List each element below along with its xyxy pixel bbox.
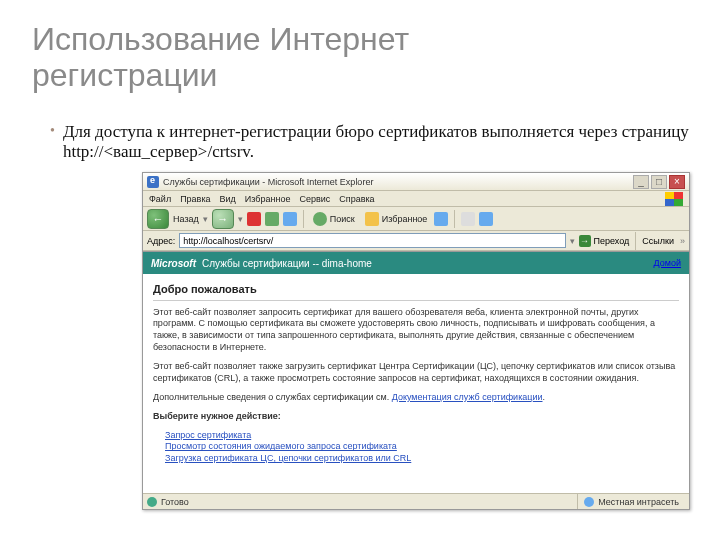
- globe-icon: [584, 497, 594, 507]
- back-label[interactable]: Назад: [173, 214, 199, 224]
- favorites-label: Избранное: [382, 214, 428, 224]
- print-icon[interactable]: [479, 212, 493, 226]
- para3-text: Дополнительные сведения о службах сертиф…: [153, 392, 392, 402]
- window-title-text: Службы сертификации - Microsoft Internet…: [163, 177, 373, 187]
- paragraph-2: Этот веб-сайт позволяет также загрузить …: [153, 361, 679, 385]
- slide-title: Использование Интернет регистрации: [32, 22, 409, 94]
- banner-text: Службы сертификации -- dima-home: [202, 258, 372, 269]
- zone-pane: Местная интрасеть: [577, 494, 685, 509]
- home-link[interactable]: Домой: [654, 258, 681, 268]
- bullet-block: • Для доступа к интернет-регистрации бюр…: [50, 122, 690, 162]
- zone-text: Местная интрасеть: [598, 497, 679, 507]
- go-button[interactable]: → Переход: [579, 235, 630, 247]
- status-ready: Готово: [161, 497, 189, 507]
- menu-edit[interactable]: Правка: [180, 194, 210, 204]
- refresh-icon[interactable]: [265, 212, 279, 226]
- favorites-button[interactable]: Избранное: [362, 211, 431, 227]
- browser-window: Службы сертификации - Microsoft Internet…: [142, 172, 690, 510]
- media-icon[interactable]: [434, 212, 448, 226]
- choose-action: Выберите нужное действие:: [153, 411, 679, 423]
- menu-bar: Файл Правка Вид Избранное Сервис Справка: [143, 191, 689, 207]
- close-button[interactable]: ×: [669, 175, 685, 189]
- address-bar: Адрес: ▾ → Переход Ссылки »: [143, 231, 689, 251]
- menu-favorites[interactable]: Избранное: [245, 194, 291, 204]
- minimize-button[interactable]: _: [633, 175, 649, 189]
- menu-help[interactable]: Справка: [339, 194, 374, 204]
- welcome-heading: Добро пожаловать: [153, 282, 679, 297]
- title-line2: регистрации: [32, 57, 217, 93]
- menu-tools[interactable]: Сервис: [299, 194, 330, 204]
- menu-file[interactable]: Файл: [149, 194, 171, 204]
- window-titlebar: Службы сертификации - Microsoft Internet…: [143, 173, 689, 191]
- action-download-ca[interactable]: Загрузка сертификата ЦС, цепочки сертифи…: [165, 453, 679, 465]
- search-label: Поиск: [330, 214, 355, 224]
- go-arrow-icon: →: [579, 235, 591, 247]
- home-icon[interactable]: [283, 212, 297, 226]
- menu-view[interactable]: Вид: [220, 194, 236, 204]
- mail-icon[interactable]: [461, 212, 475, 226]
- search-icon: [313, 212, 327, 226]
- paragraph-1: Этот веб-сайт позволяет запросить сертиф…: [153, 307, 679, 355]
- url-input[interactable]: [179, 233, 565, 248]
- maximize-button[interactable]: □: [651, 175, 667, 189]
- links-label[interactable]: Ссылки: [642, 236, 674, 246]
- bullet-marker: •: [50, 122, 55, 162]
- title-line1: Использование Интернет: [32, 21, 409, 57]
- search-button[interactable]: Поиск: [310, 211, 358, 227]
- stop-icon[interactable]: [247, 212, 261, 226]
- ie-icon: [147, 176, 159, 188]
- status-bar: Готово Местная интрасеть: [143, 493, 689, 509]
- address-label: Адрес:: [147, 236, 175, 246]
- page-banner: Microsoft Службы сертификации -- dima-ho…: [143, 252, 689, 274]
- page-content: Microsoft Службы сертификации -- dima-ho…: [143, 251, 689, 493]
- star-icon: [365, 212, 379, 226]
- bullet-text: Для доступа к интернет-регистрации бюро …: [63, 122, 690, 162]
- toolbar: ← Назад ▾ → ▾ Поиск Избранное: [143, 207, 689, 231]
- done-icon: [147, 497, 157, 507]
- windows-flag-icon: [665, 192, 683, 206]
- paragraph-3: Дополнительные сведения о службах сертиф…: [153, 392, 679, 404]
- go-label: Переход: [594, 236, 630, 246]
- action-request-cert[interactable]: Запрос сертификата: [165, 430, 679, 442]
- brand-text: Microsoft: [151, 258, 196, 269]
- forward-button[interactable]: →: [212, 209, 234, 229]
- action-list: Запрос сертификата Просмотр состояния ож…: [165, 430, 679, 466]
- docs-link[interactable]: Документация служб сертификации: [392, 392, 543, 402]
- page-body: Добро пожаловать Этот веб-сайт позволяет…: [143, 274, 689, 473]
- action-view-pending[interactable]: Просмотр состояния ожидаемого запроса се…: [165, 441, 679, 453]
- divider: [153, 300, 679, 301]
- back-button[interactable]: ←: [147, 209, 169, 229]
